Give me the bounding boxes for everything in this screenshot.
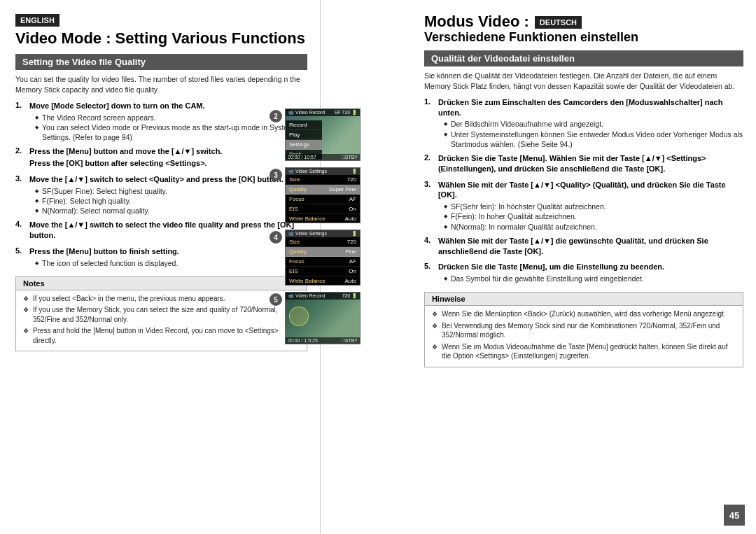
bullet-item: SF(Super Fine): Select highest quality. <box>35 186 307 196</box>
settings-label: Focus <box>289 196 304 202</box>
step-5-main: Press the [Menu] button to finish settin… <box>29 246 307 257</box>
step-num-3: 3. <box>424 180 435 188</box>
left-step-2: 2. Press the [Menu] button and move the … <box>15 146 307 170</box>
cam-topbar-2: 📹 Video Record SF 720 🔋 <box>286 109 360 116</box>
right-title-block: Modus Video : DEUTSCH Verschiedene Funkt… <box>424 13 638 45</box>
left-step-3: 3. Move the [▲/▼] switch to select <Qual… <box>15 174 307 216</box>
cam-info: SF 720 🔋 <box>334 110 358 115</box>
cam-stby: □STBY <box>342 338 358 343</box>
bullet-item: N(Normal): In normaler Qualität aufzeich… <box>444 222 743 232</box>
settings-label: EIS <box>289 206 298 212</box>
step-1-bullets: Der Bildschirm Videoaufnahme wird angeze… <box>438 119 743 149</box>
settings-value: On <box>349 268 356 274</box>
hinweise-header: Hinweise <box>425 293 743 306</box>
left-steps: 1. Move [Mode Selector] down to turn on … <box>15 101 307 272</box>
settings-screen-4: Size 720 Quality Fine Focus AF EIS On <box>286 237 360 286</box>
cam-screen-5: 📹 Video Record 720 🔋 00:00 / 1:5:25 □STB… <box>285 292 360 344</box>
cam-label: 📹 Video Settings <box>288 231 327 237</box>
settings-label: Quality <box>289 248 307 255</box>
notes-content: If you select <Back> in the menu, the pr… <box>16 290 307 351</box>
right-intro: Sie können die Qualität der Videodateien… <box>424 71 743 91</box>
note-item: If you use the Memory Stick, you can sel… <box>23 305 300 324</box>
hinweise-item: Wenn Sie im Modus Videoaufnahme die Tast… <box>432 342 736 361</box>
screenshots-column: 2 📹 Video Record SF 720 🔋 Record Play Se… <box>270 108 371 346</box>
cam-topbar-3: 📹 Video Settings 🔋 <box>286 168 360 175</box>
menu-settings: Settings <box>286 140 322 150</box>
step-num-4: 4. <box>424 236 435 244</box>
left-section-title: Setting the Video file Quality <box>15 54 307 70</box>
step-5-bullets: Das Symbol für die gewählte Einstellung … <box>438 274 743 283</box>
step-1-main: Drücken Sie zum Einschalten des Camcorde… <box>438 97 743 118</box>
right-step-2: 2. Drücken Sie die Taste [Menu]. Wählen … <box>424 153 743 176</box>
settings-row-quality: Quality Fine <box>286 247 360 257</box>
step-circle-5: 5 <box>270 293 282 306</box>
right-section-title: Qualität der Videodatei einstellen <box>424 50 743 66</box>
left-step-5: 5. Press the [Menu] button to finish set… <box>15 246 307 268</box>
settings-row-size: Size 720 <box>286 237 360 247</box>
settings-label: Focus <box>289 258 304 265</box>
hinweise-box: Hinweise Wenn Sie die Menüoption <Back> … <box>424 292 743 367</box>
note-item: Press and hold the [Menu] button in Vide… <box>23 326 300 345</box>
step-3-main: Move the [▲/▼] switch to select <Quality… <box>29 174 307 185</box>
step-3-bullets: SF(Sehr fein): In höchster Qualität aufz… <box>438 202 743 232</box>
cam-screen-2: 📹 Video Record SF 720 🔋 Record Play Sett… <box>285 108 360 161</box>
left-step-4: 4. Move the [▲/▼] switch to select the v… <box>15 220 307 242</box>
settings-label: Quality <box>289 186 307 192</box>
cam-screen-4: 📹 Video Settings 🔋 Size 720 Quality Fine… <box>285 230 360 286</box>
cam-label: 📹 Video Settings <box>288 169 327 174</box>
step-num-1: 1. <box>15 101 27 109</box>
english-badge: ENGLISH <box>15 14 59 27</box>
step-num-3: 3. <box>15 174 27 183</box>
bullet-item: Das Symbol für die gewählte Einstellung … <box>444 274 743 283</box>
settings-value: Auto <box>345 216 356 222</box>
settings-row-wb: White Balance Auto <box>286 214 360 223</box>
settings-label: White Balance <box>289 216 326 222</box>
bullet-item: SF(Sehr fein): In höchster Qualität aufz… <box>444 202 743 211</box>
hinweise-item: Bei Verwendung des Memory Stick sind nur… <box>432 321 736 340</box>
settings-row-wb: White Balance Auto <box>286 276 360 286</box>
settings-label: Size <box>289 239 300 245</box>
settings-row-eis: EIS On <box>286 267 360 276</box>
bullet-item: F(Fine): Select high quality. <box>35 196 307 206</box>
settings-label: Size <box>289 176 300 183</box>
settings-value: 720 <box>347 239 356 245</box>
step-3-bullets: SF(Super Fine): Select highest quality. … <box>29 186 307 216</box>
settings-value: AF <box>349 196 356 202</box>
page-number: 45 <box>724 505 745 526</box>
settings-row-eis: EIS On <box>286 204 360 214</box>
bullet-item: Unter Systemeinstellungen können Sie ent… <box>444 129 743 149</box>
step-circle-2: 2 <box>270 110 282 122</box>
settings-label: EIS <box>289 268 298 274</box>
step-circle-3: 3 <box>270 169 282 181</box>
hinweise-list: Wenn Sie die Menüoption <Back> (Zurück) … <box>432 309 736 361</box>
notes-box: Notes If you select <Back> in the menu, … <box>15 276 307 352</box>
right-step-5: 5. Drücken Sie die Taste [Menu], um die … <box>424 262 743 283</box>
settings-value: Fine <box>345 248 356 255</box>
left-step-1: 1. Move [Mode Selector] down to turn on … <box>15 101 307 142</box>
deutsch-badge: DEUTSCH <box>535 16 582 29</box>
step-num-2: 2. <box>424 153 435 162</box>
right-header: Modus Video : DEUTSCH Verschiedene Funkt… <box>424 13 743 45</box>
screen-item-4: 4 📹 Video Settings 🔋 Size 720 Quality Fi… <box>270 230 371 286</box>
cam-battery: 🔋 <box>351 169 358 174</box>
right-step-3: 3. Wählen Sie mit der Taste [▲/▼] <Quali… <box>424 180 743 232</box>
bullet-item: Der Bildschirm Videoaufnahme wird angeze… <box>444 119 743 129</box>
left-intro: You can set the quality for video files.… <box>15 74 307 94</box>
step-num-4: 4. <box>15 220 27 228</box>
bullet-item: F(Fein): In hoher Qualität aufzeichnen. <box>444 211 743 221</box>
right-step-4: 4. Wählen Sie mit der Taste [▲/▼] die ge… <box>424 236 743 258</box>
step-5-main: Drücken Sie die Taste [Menu], um die Ein… <box>438 262 743 272</box>
settings-row-focus: Focus AF <box>286 257 360 267</box>
right-step-1: 1. Drücken Sie zum Einschalten des Camco… <box>424 97 743 149</box>
step-1-bullets: The Video Record screen appears. You can… <box>29 113 307 143</box>
note-item: If you select <Back> in the menu, the pr… <box>23 294 300 304</box>
left-header: ENGLISH <box>15 13 307 27</box>
cam-topbar-5: 📹 Video Record 720 🔋 <box>286 293 360 300</box>
right-subtitle: Verschiedene Funktionen einstellen <box>424 30 638 45</box>
settings-label: White Balance <box>289 278 326 284</box>
cam-label: 📹 Video Record <box>288 293 325 299</box>
notes-list: If you select <Back> in the menu, the pr… <box>23 294 300 346</box>
cam-bottom-2: 00:00 / 10:57 □STBY <box>286 154 360 160</box>
cam-time: 00:00 / 10:57 <box>288 155 316 160</box>
cam-bottom-5: 00:00 / 1:5:25 □STBY <box>286 337 360 344</box>
